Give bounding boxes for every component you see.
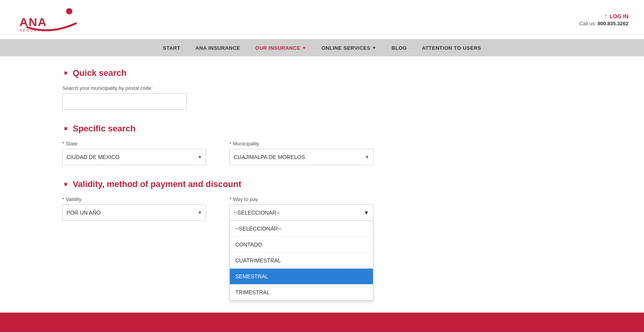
validity-header: ✦ Validity, method of payment and discou… — [62, 179, 582, 189]
validity-form-row: * Validity POR UN AÑO POR SEIS MESES POR… — [62, 196, 582, 221]
nav-item-online-services[interactable]: ONLINE SERVICES ▼ — [315, 39, 383, 56]
dropdown-option-cuatrimestral[interactable]: CUATRIMESTRAL — [230, 253, 373, 269]
main-content: ✦ Quick search Search your municipality … — [0, 56, 644, 271]
dropdown-option-seleccionar[interactable]: --SELECCIONAR-- — [230, 221, 373, 237]
validity-select-wrapper: POR UN AÑO POR SEIS MESES POR TRES MESES… — [62, 204, 206, 221]
postal-code-input[interactable] — [62, 93, 187, 110]
quick-search-icon: ✦ — [60, 68, 70, 78]
nav-item-start[interactable]: START — [157, 39, 187, 56]
validity-group: * Validity POR UN AÑO POR SEIS MESES POR… — [62, 196, 206, 221]
logo-icon: ANA SEGUROS — [16, 6, 78, 33]
specific-search-section: ✦ Specific search * State CIUDAD DE MEXI… — [62, 124, 582, 165]
municipality-group: * Municipality CUAJIMALPA DE MORELOS BEN… — [229, 141, 373, 165]
nav-item-attention[interactable]: ATTENTION TO USERS — [416, 39, 487, 56]
login-icon: ↑ — [604, 13, 607, 20]
online-services-arrow-icon: ▼ — [372, 45, 376, 50]
svg-text:ANA: ANA — [19, 16, 47, 28]
footer-bar — [0, 313, 644, 332]
nav-item-blog[interactable]: BLOG — [385, 39, 413, 56]
municipality-label: * Municipality — [229, 141, 373, 147]
login-label[interactable]: LOG IN — [610, 13, 628, 19]
specific-search-form-row: * State CIUDAD DE MEXICO JALISCO NUEVO L… — [62, 141, 582, 165]
nav-item-our-insurance[interactable]: OUR INSURANCE ▼ — [249, 39, 313, 56]
svg-text:SEGUROS: SEGUROS — [19, 28, 45, 32]
login-button[interactable]: ↑ LOG IN — [579, 13, 628, 20]
call-info: Call us: 800.835.3262 — [579, 21, 628, 26]
way-to-pay-value: --SELECCIONAR-- — [234, 210, 280, 216]
header-right: ↑ LOG IN Call us: 800.835.3262 — [579, 13, 628, 26]
way-to-pay-group: * Way to pay --SELECCIONAR-- ▼ --SELECCI… — [229, 196, 373, 221]
postal-code-label: Search your municipality by postal code: — [62, 85, 582, 91]
way-to-pay-trigger[interactable]: --SELECCIONAR-- ▼ — [229, 204, 373, 221]
main-nav: START · ANA INSURANCE · OUR INSURANCE ▼ … — [0, 39, 644, 56]
phone-number: 800.835.3262 — [597, 21, 628, 26]
municipality-select-wrapper: CUAJIMALPA DE MORELOS BENITO JUAREZ COYO… — [229, 149, 373, 165]
call-label: Call us: — [579, 21, 596, 26]
validity-select[interactable]: POR UN AÑO POR SEIS MESES POR TRES MESES — [62, 204, 206, 221]
dropdown-option-contado[interactable]: CONTADO — [230, 237, 373, 253]
municipality-select[interactable]: CUAJIMALPA DE MORELOS BENITO JUAREZ COYO… — [229, 149, 373, 165]
quick-search-section: ✦ Quick search Search your municipality … — [62, 68, 582, 110]
dropdown-option-trimestral[interactable]: TRIMESTRAL — [230, 285, 373, 300]
validity-title: Validity, method of payment and discount — [73, 179, 242, 189]
validity-label: * Validity — [62, 196, 206, 202]
specific-search-title: Specific search — [73, 124, 135, 134]
way-to-pay-dropdown-list: --SELECCIONAR-- CONTADO CUATRIMESTRAL SE… — [229, 221, 373, 301]
header: ANA SEGUROS ↑ LOG IN Call us: 800.835.32… — [0, 0, 644, 39]
state-select[interactable]: CIUDAD DE MEXICO JALISCO NUEVO LEON PUEB… — [62, 149, 206, 165]
quick-search-title: Quick search — [73, 68, 126, 78]
dropdown-option-semestral[interactable]: SEMESTRAL — [230, 269, 373, 285]
validity-section: ✦ Validity, method of payment and discou… — [62, 179, 582, 221]
way-to-pay-arrow-icon: ▼ — [364, 210, 369, 216]
nav-item-ana-insurance[interactable]: ANA INSURANCE — [189, 39, 246, 56]
state-group: * State CIUDAD DE MEXICO JALISCO NUEVO L… — [62, 141, 206, 165]
quick-search-header: ✦ Quick search — [62, 68, 582, 78]
way-to-pay-dropdown-container: --SELECCIONAR-- ▼ --SELECCIONAR-- CONTAD… — [229, 204, 373, 221]
logo-area: ANA SEGUROS — [16, 6, 78, 33]
specific-search-header: ✦ Specific search — [62, 124, 582, 134]
specific-search-icon: ✦ — [60, 124, 70, 134]
state-select-wrapper: CIUDAD DE MEXICO JALISCO NUEVO LEON PUEB… — [62, 149, 206, 165]
way-to-pay-label: * Way to pay — [229, 196, 373, 202]
svg-point-1 — [66, 8, 72, 14]
our-insurance-arrow-icon: ▼ — [302, 45, 306, 50]
state-label: * State — [62, 141, 206, 147]
validity-icon: ✦ — [60, 179, 70, 189]
